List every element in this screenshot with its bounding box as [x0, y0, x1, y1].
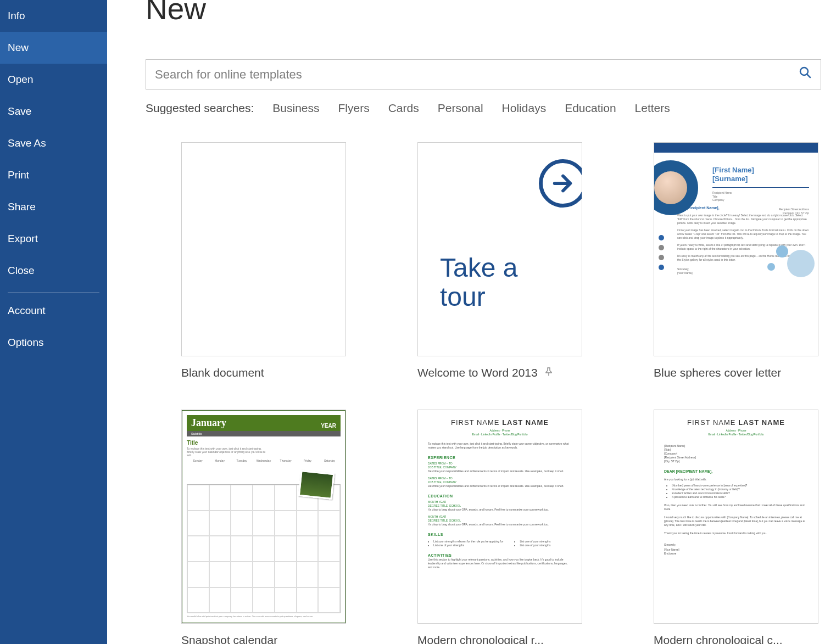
sidebar: Info New Open Save Save As Print Share E…: [0, 0, 107, 644]
template-thumb: FIRST NAME LAST NAME Address · PhoneEmai…: [417, 410, 582, 624]
sidebar-item-options[interactable]: Options: [0, 327, 107, 359]
template-label: Welcome to Word 2013: [417, 366, 538, 379]
suggested-link-cards[interactable]: Cards: [388, 102, 419, 115]
template-thumb: JanuaryYEAR Subtitle Title To replace th…: [181, 410, 346, 624]
sidebar-item-export[interactable]: Export: [0, 223, 107, 255]
sidebar-item-account[interactable]: Account: [0, 295, 107, 327]
suggested-link-letters[interactable]: Letters: [635, 102, 670, 115]
search-icon[interactable]: [799, 66, 812, 83]
template-thumb: FIRST NAME LAST NAME Address · PhoneEmai…: [654, 410, 818, 624]
template-blue-spheres-cover-letter[interactable]: [First Name][Surname] Recipient NameTitl…: [618, 142, 825, 379]
suggested-link-business[interactable]: Business: [272, 102, 319, 115]
sidebar-item-save[interactable]: Save: [0, 96, 107, 127]
sidebar-item-label: Close: [8, 265, 35, 276]
template-blank-document[interactable]: Blank document: [146, 142, 382, 379]
avatar-photo: [654, 171, 687, 204]
template-label: Snapshot calendar: [181, 634, 277, 644]
suggested-link-flyers[interactable]: Flyers: [338, 102, 370, 115]
template-label: Blue spheres cover letter: [654, 366, 781, 379]
template-modern-chronological-cover-letter[interactable]: FIRST NAME LAST NAME Address · PhoneEmai…: [618, 410, 825, 644]
tour-line1: Take a: [440, 254, 517, 283]
sidebar-item-label: New: [8, 42, 29, 53]
template-snapshot-calendar[interactable]: JanuaryYEAR Subtitle Title To replace th…: [146, 410, 382, 644]
template-label: Blank document: [181, 366, 264, 379]
sidebar-item-label: Info: [8, 10, 25, 21]
page-title: New: [146, 0, 825, 26]
svg-line-1: [807, 74, 810, 77]
pin-icon[interactable]: [544, 367, 553, 379]
web-icon: [659, 265, 664, 270]
sidebar-item-print[interactable]: Print: [0, 159, 107, 191]
sidebar-item-label: Open: [8, 74, 33, 85]
template-label: Modern chronological r...: [417, 634, 544, 644]
sidebar-item-save-as[interactable]: Save As: [0, 127, 107, 159]
sidebar-item-label: Save: [8, 105, 31, 117]
arrow-right-icon: [539, 159, 582, 208]
template-welcome-word[interactable]: Take a tour Welcome to Word 2013: [382, 142, 618, 379]
sidebar-item-info[interactable]: Info: [0, 0, 107, 32]
template-thumb: [First Name][Surname] Recipient NameTitl…: [654, 142, 818, 356]
sidebar-item-new[interactable]: New: [0, 32, 107, 64]
sidebar-item-label: Share: [8, 201, 36, 212]
sidebar-item-label: Account: [8, 305, 46, 316]
templates-grid: Blank document Take a tour Welcome to Wo…: [146, 142, 825, 644]
template-label: Modern chronological c...: [654, 634, 783, 644]
sidebar-item-close[interactable]: Close: [0, 255, 107, 287]
sidebar-item-share[interactable]: Share: [0, 191, 107, 223]
tour-text: Take a tour: [440, 254, 517, 312]
main-panel: New Suggested searches: Business Flyers …: [107, 0, 825, 644]
address-icon: [659, 235, 664, 240]
template-modern-chronological-resume[interactable]: FIRST NAME LAST NAME Address · PhoneEmai…: [382, 410, 618, 644]
sidebar-item-label: Print: [8, 169, 29, 181]
calendar-photo: [298, 470, 335, 500]
suggested-link-holidays[interactable]: Holidays: [502, 102, 547, 115]
sidebar-item-label: Save As: [8, 137, 46, 149]
sidebar-item-open[interactable]: Open: [0, 64, 107, 96]
template-thumb: Take a tour: [417, 142, 582, 356]
tour-line2: tour: [440, 283, 517, 312]
suggested-link-education[interactable]: Education: [565, 102, 616, 115]
suggested-label: Suggested searches:: [146, 102, 254, 115]
phone-icon: [659, 245, 664, 250]
email-icon: [659, 255, 664, 260]
suggested-link-personal[interactable]: Personal: [438, 102, 483, 115]
template-thumb: [181, 142, 346, 356]
sidebar-divider: [8, 292, 99, 293]
sidebar-item-label: Export: [8, 233, 38, 244]
search-box[interactable]: [146, 59, 821, 89]
sidebar-item-label: Options: [8, 337, 43, 348]
search-input[interactable]: [155, 68, 799, 82]
suggested-searches-row: Suggested searches: Business Flyers Card…: [146, 102, 825, 115]
